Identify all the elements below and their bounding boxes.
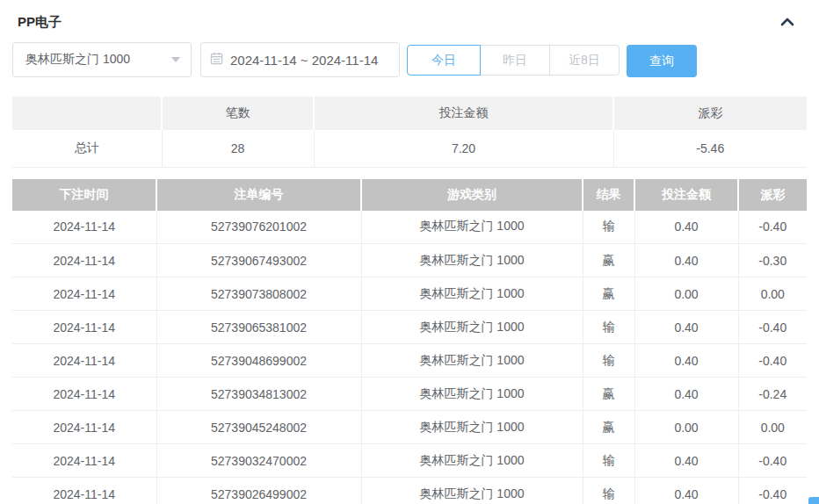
bets-table: 下注时间 注单编号 游戏类别 结果 投注金额 派彩 2024-11-14 527… (12, 179, 807, 504)
collapse-panel-button[interactable] (775, 11, 800, 32)
bet-time-cell: 2024-11-14 (12, 211, 156, 244)
table-row: 2024-11-14 52739026499002 奥林匹斯之门 1000 输 … (12, 478, 807, 504)
bets-header-result: 结果 (583, 179, 634, 211)
result-cell: 输 (583, 478, 634, 504)
game-category-cell: 奥林匹斯之门 1000 (361, 378, 583, 411)
game-select[interactable]: 奥林匹斯之门 1000 (12, 42, 192, 77)
bet-time-cell: 2024-11-14 (12, 444, 156, 478)
payout-cell: 0.00 (738, 411, 807, 444)
yesterday-button[interactable]: 昨日 (480, 45, 550, 76)
summary-total-payout: -5.46 (613, 130, 807, 167)
summary-header-payout: 派彩 (613, 97, 807, 130)
summary-header-count: 笔数 (162, 97, 314, 130)
summary-total-label: 总计 (12, 130, 162, 167)
date-range-input[interactable]: 2024-11-14 ~ 2024-11-14 (200, 42, 400, 77)
chevron-down-icon (171, 57, 180, 62)
bet-id-cell: 52739065381002 (156, 311, 361, 344)
bet-id-cell: 52739032470002 (156, 444, 361, 478)
table-row: 2024-11-14 52739073808002 奥林匹斯之门 1000 赢 … (12, 277, 807, 311)
payout-cell: -0.40 (738, 444, 807, 478)
result-cell: 输 (583, 311, 634, 344)
floating-corner-button[interactable] (808, 497, 819, 504)
bet-id-cell: 52739067493002 (156, 244, 361, 277)
result-cell: 输 (583, 444, 634, 478)
bet-time-cell: 2024-11-14 (12, 378, 156, 411)
last-8-days-button[interactable]: 近8日 (549, 45, 620, 76)
payout-cell: -0.40 (738, 344, 807, 378)
bet-amount-cell: 0.40 (634, 311, 738, 344)
query-button[interactable]: 查询 (627, 45, 697, 77)
today-button[interactable]: 今日 (407, 45, 481, 76)
game-category-cell: 奥林匹斯之门 1000 (361, 411, 583, 444)
bet-amount-cell: 0.40 (634, 378, 738, 411)
summary-total-count: 28 (162, 130, 314, 167)
bet-id-cell: 52739045248002 (156, 411, 361, 444)
bet-time-cell: 2024-11-14 (12, 277, 156, 311)
table-row: 2024-11-14 52739045248002 奥林匹斯之门 1000 赢 … (12, 411, 807, 444)
payout-cell: -0.40 (738, 211, 807, 244)
bet-time-cell: 2024-11-14 (12, 344, 156, 378)
bet-amount-cell: 0.40 (634, 478, 738, 504)
game-category-cell: 奥林匹斯之门 1000 (361, 444, 583, 478)
bet-time-cell: 2024-11-14 (12, 478, 156, 504)
game-category-cell: 奥林匹斯之门 1000 (361, 277, 583, 311)
summary-header-row: 笔数 投注金额 派彩 (12, 97, 807, 130)
bet-amount-cell: 0.00 (634, 277, 738, 311)
calendar-icon (210, 52, 230, 68)
summary-total-bet-amount: 7.20 (314, 130, 613, 167)
payout-cell: -0.40 (738, 478, 807, 504)
bet-time-cell: 2024-11-14 (12, 244, 156, 277)
bets-header-bet-id: 注单编号 (156, 179, 361, 211)
bet-amount-cell: 0.00 (634, 411, 738, 444)
bet-id-cell: 52739034813002 (156, 378, 361, 411)
result-cell: 赢 (583, 277, 634, 311)
filter-bar: 奥林匹斯之门 1000 2024-11-14 ~ 2024-11-14 (12, 42, 807, 79)
chevron-up-icon (780, 16, 794, 29)
game-category-cell: 奥林匹斯之门 1000 (361, 211, 583, 244)
payout-cell: -0.40 (738, 311, 807, 344)
game-category-cell: 奥林匹斯之门 1000 (361, 244, 583, 277)
result-cell: 输 (583, 211, 634, 244)
game-select-value: 奥林匹斯之门 1000 (25, 52, 130, 68)
result-cell: 赢 (583, 411, 634, 444)
table-row: 2024-11-14 52739065381002 奥林匹斯之门 1000 输 … (12, 311, 807, 344)
bet-amount-cell: 0.40 (634, 211, 738, 244)
summary-header-blank (12, 97, 162, 130)
table-row: 2024-11-14 52739032470002 奥林匹斯之门 1000 输 … (12, 444, 807, 478)
bet-time-cell: 2024-11-14 (12, 311, 156, 344)
bets-header-game-category: 游戏类别 (361, 179, 583, 211)
bet-id-cell: 52739073808002 (156, 277, 361, 311)
page-title: PP电子 (18, 14, 62, 31)
bets-header-payout: 派彩 (738, 179, 807, 211)
bets-header-row: 下注时间 注单编号 游戏类别 结果 投注金额 派彩 (12, 179, 807, 211)
bet-id-cell: 52739076201002 (156, 211, 361, 244)
table-row: 2024-11-14 52739067493002 奥林匹斯之门 1000 赢 … (12, 244, 807, 277)
table-row: 2024-11-14 52739048699002 奥林匹斯之门 1000 输 … (12, 344, 807, 378)
bet-time-cell: 2024-11-14 (12, 411, 156, 444)
summary-table: 笔数 投注金额 派彩 总计 28 7.20 -5.46 (12, 97, 807, 168)
date-range-value: 2024-11-14 ~ 2024-11-14 (230, 53, 378, 68)
table-row: 2024-11-14 52739034813002 奥林匹斯之门 1000 赢 … (12, 378, 807, 411)
table-row: 2024-11-14 52739076201002 奥林匹斯之门 1000 输 … (12, 211, 807, 244)
payout-cell: -0.30 (738, 244, 807, 277)
game-category-cell: 奥林匹斯之门 1000 (361, 344, 583, 378)
result-cell: 输 (583, 344, 634, 378)
result-cell: 赢 (583, 378, 634, 411)
panel-header: PP电子 (12, 0, 807, 33)
bets-header-bet-amount: 投注金额 (634, 179, 738, 211)
result-cell: 赢 (583, 244, 634, 277)
game-category-cell: 奥林匹斯之门 1000 (361, 478, 583, 504)
payout-cell: -0.24 (738, 378, 807, 411)
pp-games-panel: PP电子 奥林匹斯之门 1000 (0, 0, 819, 504)
summary-total-row: 总计 28 7.20 -5.46 (12, 130, 807, 167)
bet-id-cell: 52739048699002 (156, 344, 361, 378)
bet-id-cell: 52739026499002 (156, 478, 361, 504)
quick-date-button-group: 今日 昨日 近8日 (407, 45, 620, 76)
bet-amount-cell: 0.40 (634, 344, 738, 378)
summary-header-bet-amount: 投注金额 (314, 97, 613, 130)
bets-header-bet-time: 下注时间 (12, 179, 156, 211)
bet-amount-cell: 0.40 (634, 444, 738, 478)
game-category-cell: 奥林匹斯之门 1000 (361, 311, 583, 344)
bet-amount-cell: 0.40 (634, 244, 738, 277)
bets-table-body: 2024-11-14 52739076201002 奥林匹斯之门 1000 输 … (12, 211, 807, 504)
